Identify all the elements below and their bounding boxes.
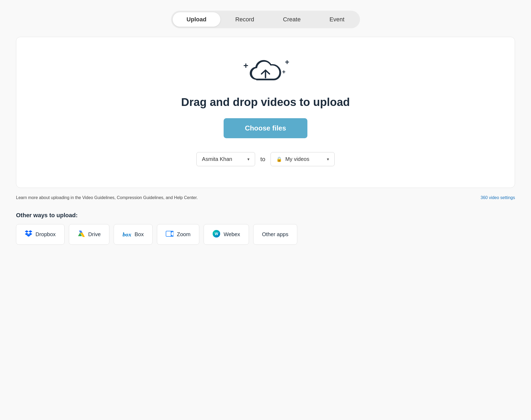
- other-apps-label: Other apps: [262, 231, 288, 237]
- box-label: Box: [134, 231, 144, 237]
- other-apps-button[interactable]: Other apps: [253, 224, 297, 245]
- zoom-icon: [166, 231, 174, 238]
- dropbox-button[interactable]: Dropbox: [16, 224, 65, 245]
- tab-record[interactable]: Record: [221, 12, 268, 27]
- zoom-button[interactable]: Zoom: [157, 224, 199, 245]
- user-dropdown-value: Asmita Khan: [202, 156, 232, 162]
- user-dropdown[interactable]: Asmita Khan ▾: [196, 152, 255, 166]
- other-ways-grid: Dropbox Drive box Box: [16, 224, 515, 245]
- choose-files-button[interactable]: Choose files: [224, 118, 308, 138]
- plus-icon-left: +: [243, 61, 248, 70]
- tab-event[interactable]: Event: [316, 12, 358, 27]
- destination-dropdown[interactable]: 🔒 My videos ▾: [271, 152, 335, 166]
- lock-icon: 🔒: [276, 156, 282, 162]
- webex-button[interactable]: W Webex: [204, 224, 249, 245]
- drag-drop-title: Drag and drop videos to upload: [181, 96, 350, 109]
- cloud-upload-svg: [248, 58, 283, 85]
- other-ways-label: Other ways to upload:: [16, 212, 515, 219]
- dropbox-icon: [25, 230, 32, 239]
- plus-icon-mid-right: +: [282, 69, 286, 76]
- plus-icon-top-right: +: [285, 58, 289, 66]
- destination-dropdown-chevron: ▾: [327, 157, 329, 162]
- 360-video-settings-link[interactable]: 360 video settings: [481, 195, 515, 200]
- zoom-label: Zoom: [177, 231, 191, 237]
- svg-text:W: W: [215, 232, 218, 236]
- box-button[interactable]: box Box: [114, 224, 152, 245]
- tabs-container: Upload Record Create Event: [16, 11, 515, 28]
- info-bar: Learn more about uploading in the Video …: [16, 195, 515, 200]
- drive-icon: [78, 230, 85, 239]
- other-ways-section: Other ways to upload: Dropbox: [16, 212, 515, 245]
- drive-label: Drive: [88, 231, 101, 237]
- svg-rect-2: [166, 231, 171, 236]
- upload-destination-row: Asmita Khan ▾ to 🔒 My videos ▾: [196, 152, 335, 166]
- user-dropdown-chevron: ▾: [247, 157, 249, 162]
- upload-dropzone: + + + Drag and drop videos to upload Cho…: [16, 37, 515, 188]
- box-icon: box: [122, 231, 131, 238]
- cloud-upload-icon-wrap: + + +: [248, 58, 283, 86]
- drive-button[interactable]: Drive: [69, 224, 110, 245]
- destination-dropdown-value: My videos: [285, 156, 309, 162]
- tab-create[interactable]: Create: [269, 12, 315, 27]
- to-label: to: [260, 156, 265, 163]
- info-text: Learn more about uploading in the Video …: [16, 195, 198, 200]
- tab-upload[interactable]: Upload: [173, 12, 220, 27]
- dropbox-label: Dropbox: [35, 231, 56, 237]
- tabs-bar: Upload Record Create Event: [171, 11, 360, 28]
- webex-icon: W: [212, 230, 220, 239]
- webex-label: Webex: [224, 231, 240, 237]
